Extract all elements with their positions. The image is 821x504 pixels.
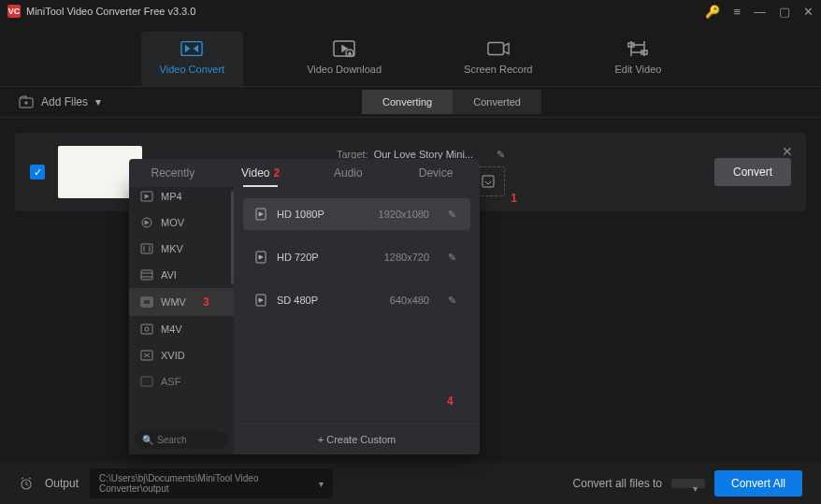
- format-xvid[interactable]: XVID: [129, 342, 234, 368]
- expand-icon[interactable]: [482, 175, 495, 188]
- status-tabs: Converting Converted: [362, 90, 541, 114]
- nav-screen-record[interactable]: Screen Record: [445, 32, 551, 86]
- format-mov[interactable]: MOV: [129, 209, 234, 236]
- svg-rect-17: [143, 299, 151, 305]
- marker-4: 4: [447, 395, 454, 408]
- convert-icon: [180, 39, 203, 58]
- chevron-down-icon: ▾: [319, 479, 324, 489]
- svg-rect-11: [483, 176, 494, 187]
- svg-rect-14: [141, 244, 152, 253]
- chevron-down-icon: ▾: [95, 95, 101, 108]
- edit-resolution-icon[interactable]: ✎: [448, 209, 459, 220]
- close-button[interactable]: ✕: [803, 5, 814, 19]
- marker-3: 3: [203, 295, 209, 309]
- add-files-icon: [19, 95, 34, 108]
- output-path-selector[interactable]: C:\Users\bj\Documents\MiniTool Video Con…: [90, 468, 333, 498]
- file-checkbox[interactable]: ✓: [30, 165, 45, 180]
- convert-all-button[interactable]: Convert All: [714, 470, 802, 497]
- menu-icon[interactable]: ≡: [733, 5, 741, 19]
- nav-edit-video[interactable]: Edit Video: [596, 32, 680, 86]
- format-mp4[interactable]: MP4: [129, 183, 234, 209]
- window-title: MiniTool Video Converter Free v3.3.0: [26, 6, 705, 17]
- chevron-down-icon: ▾: [693, 483, 698, 494]
- app-logo: VC: [7, 5, 21, 18]
- resolution-1080p[interactable]: HD 1080P 4 1920x1080 ✎: [243, 198, 470, 230]
- resolution-720p[interactable]: HD 720P 1280x720 ✎: [243, 241, 470, 273]
- record-icon: [487, 39, 510, 58]
- key-icon[interactable]: 🔑: [705, 5, 720, 19]
- format-search[interactable]: 🔍Search: [135, 431, 228, 449]
- tab-converted[interactable]: Converted: [453, 90, 541, 114]
- resolution-list: HD 1080P 4 1920x1080 ✎ HD 720P 1280x720 …: [234, 183, 480, 424]
- download-icon: [333, 39, 355, 58]
- format-asf[interactable]: ASF: [129, 368, 234, 395]
- svg-rect-0: [181, 42, 202, 56]
- plus-icon: +: [318, 434, 326, 445]
- format-popup: MP4 MOV MKV AVI WMV3 M4V XVID ASF 🔍Searc…: [129, 183, 480, 454]
- convert-button[interactable]: Convert: [714, 158, 791, 186]
- create-custom-button[interactable]: + Create Custom: [234, 424, 480, 454]
- popup-tab-device[interactable]: Device: [392, 159, 480, 187]
- popup-tab-recently[interactable]: Recently: [129, 159, 217, 187]
- edit-target-icon[interactable]: ✎: [497, 149, 505, 161]
- nav-video-convert[interactable]: Video Convert: [141, 32, 244, 86]
- destination-format-select[interactable]: ▾: [671, 479, 705, 488]
- edit-resolution-icon[interactable]: ✎: [448, 295, 459, 306]
- marker-1: 1: [511, 192, 517, 205]
- main-nav: Video Convert Video Download Screen Reco…: [0, 22, 821, 86]
- remove-file-button[interactable]: ✕: [782, 144, 793, 159]
- format-wmv[interactable]: WMV3: [129, 288, 234, 316]
- schedule-icon[interactable]: [19, 476, 34, 491]
- video-file-icon: [254, 251, 267, 264]
- maximize-button[interactable]: ▢: [779, 5, 790, 19]
- svg-rect-15: [141, 270, 152, 280]
- svg-point-19: [145, 327, 149, 331]
- edit-resolution-icon[interactable]: ✎: [448, 252, 459, 263]
- minimize-button[interactable]: —: [754, 5, 766, 19]
- nav-video-download[interactable]: Video Download: [288, 32, 400, 86]
- format-list: MP4 MOV MKV AVI WMV3 M4V XVID ASF 🔍Searc…: [129, 183, 234, 454]
- resolution-480p[interactable]: SD 480P 640x480 ✎: [243, 284, 470, 316]
- video-file-icon: [254, 294, 267, 307]
- tab-converting[interactable]: Converting: [362, 90, 453, 114]
- svg-rect-3: [488, 43, 504, 55]
- marker-2: 2: [274, 166, 281, 180]
- edit-icon: [627, 39, 649, 58]
- search-icon: 🔍: [142, 435, 153, 445]
- video-file-icon: [254, 208, 267, 221]
- convert-all-to-label: Convert all files to: [573, 477, 662, 490]
- popup-tab-audio[interactable]: Audio: [305, 159, 393, 187]
- add-files-button[interactable]: Add Files ▾: [19, 95, 101, 108]
- popup-tab-video[interactable]: Video2: [217, 159, 305, 187]
- format-m4v[interactable]: M4V: [129, 316, 234, 342]
- svg-rect-21: [141, 377, 152, 386]
- svg-rect-18: [141, 324, 152, 334]
- format-avi[interactable]: AVI: [129, 262, 234, 288]
- scrollbar[interactable]: [231, 191, 234, 284]
- output-label: Output: [45, 477, 79, 490]
- format-mkv[interactable]: MKV: [129, 236, 234, 262]
